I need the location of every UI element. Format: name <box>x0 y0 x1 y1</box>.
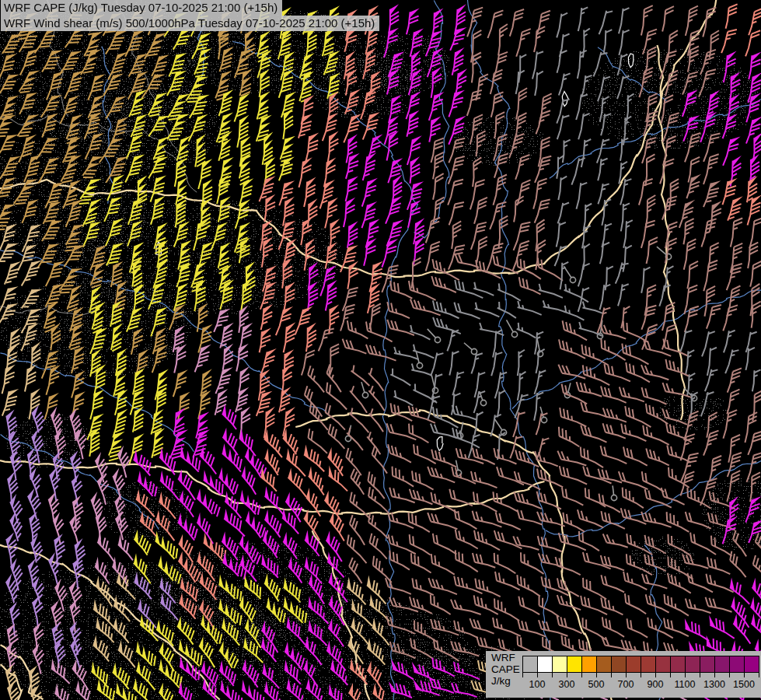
legend-cell <box>537 656 553 673</box>
legend-label: WRF CAPE J/kg <box>491 652 520 687</box>
legend-cell <box>670 656 686 673</box>
legend-tick <box>641 673 641 677</box>
legend-cell <box>685 656 700 673</box>
legend-cell <box>744 656 759 673</box>
legend-tick <box>744 673 745 677</box>
weather-map-canvas <box>0 0 761 700</box>
legend-tick-label: 100 <box>529 679 546 690</box>
legend-cell <box>567 656 582 673</box>
legend-cell <box>714 656 730 673</box>
legend-label-line1: WRF <box>491 652 520 663</box>
legend-cell <box>729 656 745 673</box>
legend-tick <box>670 673 671 677</box>
legend-tick <box>655 673 656 677</box>
legend-label-line2: CAPE <box>491 663 520 675</box>
legend-tick <box>522 673 523 677</box>
legend-label-line3: J/kg <box>491 675 520 687</box>
legend-tick <box>626 673 627 677</box>
legend-tick-label: 1500 <box>733 679 755 690</box>
legend-tick <box>611 673 612 677</box>
cape-legend: WRF CAPE J/kg 10030050070090011001300150… <box>486 651 761 698</box>
wrf-weather-map-screen: WRF CAPE (J/kg) Tuesday 07-10-2025 21:00… <box>0 0 761 700</box>
legend-tick-label: 1100 <box>675 679 696 690</box>
legend-cell <box>611 656 627 673</box>
legend-tick-label: 900 <box>648 679 664 690</box>
legend-tick <box>567 673 567 677</box>
legend-tick <box>714 673 715 677</box>
map-title-windshear: WRF Wind shear (m/s) 500/1000hPa Tuesday… <box>0 16 379 31</box>
legend-tick <box>552 673 553 677</box>
legend-cell <box>596 656 612 673</box>
legend-tick-label: 1300 <box>703 679 725 690</box>
legend-tick-label: 300 <box>559 679 575 690</box>
legend-tick <box>537 673 538 677</box>
legend-cell <box>700 656 715 673</box>
legend-tick <box>685 673 686 677</box>
legend-tick <box>759 673 759 677</box>
map-title-cape: WRF CAPE (J/kg) Tuesday 07-10-2025 21:00… <box>0 0 282 16</box>
legend-tick-label: 700 <box>618 679 634 690</box>
legend-tick <box>700 673 700 677</box>
legend-tick <box>729 673 730 677</box>
legend-cell <box>626 656 641 673</box>
legend-tick <box>581 673 582 677</box>
legend-cell <box>641 656 656 673</box>
legend-cell <box>655 656 671 673</box>
legend-cell <box>552 656 567 673</box>
legend-cell <box>581 656 597 673</box>
legend-cell <box>522 656 538 673</box>
legend-tick-label: 500 <box>588 679 605 690</box>
legend-tick <box>596 673 597 677</box>
